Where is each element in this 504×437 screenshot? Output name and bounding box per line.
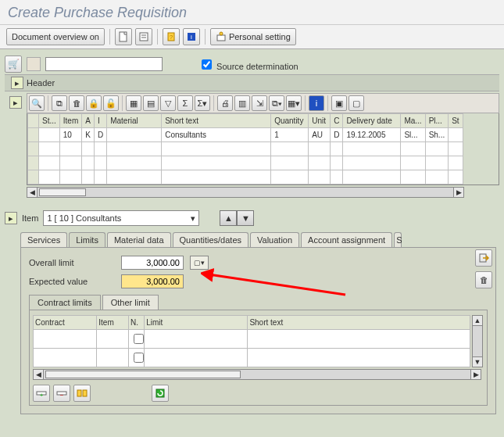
grid-cell[interactable] [343,142,401,156]
item-prev-button[interactable]: ▲ [220,210,237,226]
services-icon[interactable]: ▤ [143,95,159,111]
grid-cell[interactable] [107,156,162,170]
grid-header[interactable]: Short text [162,114,271,128]
tab-more[interactable]: S [394,232,402,247]
cart-icon[interactable] [5,56,22,73]
grid-cell[interactable] [425,142,449,156]
unlock-icon[interactable]: 🔓 [103,95,119,111]
grid-cell[interactable] [94,142,106,156]
subgrid-cell[interactable] [248,330,470,349]
grid-cell[interactable]: Sl... [401,128,425,142]
cart-type-field[interactable] [27,57,41,71]
grid-cell[interactable] [271,142,309,156]
grid-cell[interactable] [39,128,60,142]
grid-cell[interactable] [343,156,401,170]
header-expand-icon[interactable]: ▸ [11,77,23,89]
tab-limits[interactable]: Limits [69,232,105,247]
grid-cell[interactable] [331,156,343,170]
grid-header[interactable]: Ma... [401,114,425,128]
grid-cell[interactable] [449,156,463,170]
grid-cell[interactable] [271,170,309,184]
info2-icon[interactable]: i [309,95,324,111]
deselect-all-icon[interactable]: ▢ [349,95,364,111]
sum-menu-icon[interactable]: Σ▾ [195,95,210,111]
subgrid-cell[interactable] [34,349,97,367]
views-icon[interactable]: ▥ [234,95,250,111]
delete-icon[interactable]: 🗑 [69,95,84,111]
grid-cell[interactable]: 1 [271,128,309,142]
subgrid-header[interactable]: N. [128,316,144,330]
grid-cell[interactable] [331,142,343,156]
grid-cell[interactable] [107,170,162,184]
subgrid-cell[interactable] [34,330,97,349]
scroll-left-icon[interactable]: ◀ [27,187,38,198]
subtab-contract-limits[interactable]: Contract limits [29,295,101,310]
grid-cell[interactable] [59,156,81,170]
grid-hscroll[interactable]: ◀ ▶ [27,187,464,198]
grid-cell[interactable] [309,142,331,156]
grid-cell[interactable] [59,170,81,184]
grid-header[interactable]: Item [59,114,81,128]
grid-cell[interactable]: K [82,128,95,142]
grid-cell[interactable] [107,128,162,142]
subgrid-cell[interactable] [128,349,144,367]
copy-icon[interactable]: ⧉ [52,95,67,111]
grid-cell[interactable] [94,170,106,184]
grid-cell[interactable]: 10 [59,128,81,142]
grid-cell[interactable] [271,156,309,170]
subgrid-scroll-down-icon[interactable]: ▼ [472,356,483,367]
tab-account-assignment[interactable]: Account assignment [301,232,392,247]
grid-cell[interactable] [82,170,95,184]
subgrid-header[interactable]: Contract [34,316,97,330]
scroll-right-icon[interactable]: ▶ [453,187,464,198]
item-next-button[interactable]: ▼ [237,210,254,226]
filter-icon[interactable]: ▽ [160,95,176,111]
overall-limit-input[interactable] [121,256,184,270]
tab-valuation[interactable]: Valuation [250,232,299,247]
grid-cell[interactable] [107,142,162,156]
find-row-icon[interactable] [73,385,91,402]
grid-header[interactable]: A [82,114,95,128]
grid-cell[interactable] [309,170,331,184]
grid-cell[interactable] [82,142,95,156]
grid-cell[interactable] [94,156,106,170]
tab-services[interactable]: Services [20,232,67,247]
detail-icon[interactable]: ▦ [126,95,141,111]
subgrid-cell[interactable] [145,330,248,349]
select-all-icon[interactable]: ▣ [331,95,347,111]
subgrid-checkbox[interactable] [134,353,144,363]
grid-cell[interactable] [331,170,343,184]
tab-material-data[interactable]: Material data [107,232,171,247]
subgrid-header[interactable]: Short text [248,316,470,330]
grid-cell[interactable] [449,128,463,142]
grid-cell[interactable] [425,156,449,170]
subgrid-scroll-left-icon[interactable]: ◀ [33,369,44,380]
lock-icon[interactable]: 🔒 [86,95,102,111]
grid-cell[interactable] [82,156,95,170]
subgrid-header[interactable]: Limit [145,316,248,330]
export-icon[interactable]: ⇲ [252,95,267,111]
source-determination-checkbox[interactable]: Source determination [198,57,298,72]
subtab-other-limit[interactable]: Other limit [102,295,159,310]
print-icon[interactable]: 🖨 [217,95,233,111]
add-row-icon[interactable]: + [33,385,50,402]
subgrid-cell[interactable] [248,349,470,367]
grid-header[interactable]: Pl... [425,114,449,128]
grid-cell[interactable] [309,156,331,170]
currency-lookup-icon[interactable]: ▢▾ [190,256,209,270]
grid-cell[interactable]: AU [309,128,331,142]
layout-icon[interactable]: ▦▾ [286,95,302,111]
grid-cell[interactable] [401,142,425,156]
grid-cell[interactable]: 19.12.2005 [343,128,401,142]
doc-overview-button[interactable]: Document overview on [6,28,105,45]
grid-header[interactable]: Material [107,114,162,128]
grid-cell[interactable]: D [331,128,343,142]
item-expand-icon[interactable]: ▸ [5,212,17,224]
tab-quantities-dates[interactable]: Quantities/dates [173,232,249,247]
help-icon[interactable]: ? [163,28,180,45]
grid-cell[interactable]: Consultants [162,128,271,142]
subgrid-checkbox[interactable] [134,334,144,344]
grid-cell[interactable] [39,142,60,156]
grid-expand-icon[interactable]: ▸ [9,96,22,109]
expected-value-input[interactable] [121,274,184,288]
